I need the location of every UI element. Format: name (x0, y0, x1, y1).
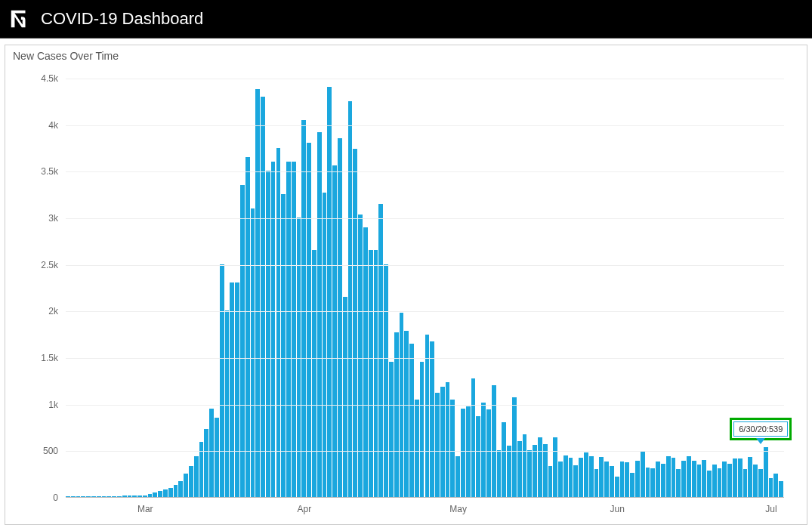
chart-bar[interactable] (661, 464, 665, 497)
chart-bar[interactable] (378, 204, 383, 498)
chart-bar[interactable] (184, 474, 188, 497)
chart-bar[interactable] (455, 456, 460, 497)
chart-bar[interactable] (538, 437, 542, 497)
chart-bar[interactable] (450, 400, 455, 498)
chart-bar[interactable] (102, 496, 107, 497)
chart-bar[interactable] (435, 393, 440, 497)
chart-bar[interactable] (220, 264, 224, 497)
chart-bar[interactable] (174, 485, 178, 497)
chart-bar[interactable] (579, 458, 583, 497)
chart-bar[interactable] (363, 227, 368, 497)
chart-bar[interactable] (415, 400, 419, 498)
chart-bar[interactable] (137, 495, 142, 497)
chart-bar[interactable] (558, 462, 563, 497)
chart-bar[interactable] (641, 452, 645, 497)
chart-bar[interactable] (117, 496, 122, 497)
chart-bar[interactable] (312, 250, 316, 497)
chart-bar[interactable] (384, 264, 388, 497)
chart-bar[interactable] (599, 457, 604, 497)
chart-bar[interactable] (158, 491, 162, 497)
chart-bar[interactable] (533, 445, 537, 497)
chart-bar[interactable] (604, 462, 609, 497)
chart-bar[interactable] (471, 378, 476, 497)
chart-bar[interactable] (235, 282, 239, 497)
chart-bar[interactable] (440, 387, 445, 497)
chart-area[interactable]: 05001k1.5k2k2.5k3k3.5k4k4.5k MarAprMayJu… (13, 65, 799, 514)
chart-bar[interactable] (266, 171, 270, 497)
chart-bar[interactable] (420, 362, 425, 497)
chart-bar[interactable] (563, 455, 568, 498)
chart-bar[interactable] (646, 468, 650, 497)
chart-bar[interactable] (91, 496, 96, 497)
chart-plot[interactable] (66, 79, 784, 498)
chart-bar[interactable] (76, 496, 81, 497)
chart-bar[interactable] (389, 362, 394, 497)
chart-bar[interactable] (672, 458, 676, 497)
chart-bar[interactable] (702, 460, 706, 497)
chart-bar[interactable] (681, 461, 686, 497)
chart-bar[interactable] (625, 462, 629, 497)
chart-bar[interactable] (348, 101, 353, 497)
chart-bar[interactable] (209, 409, 214, 497)
chart-bar[interactable] (189, 466, 193, 497)
chart-bar[interactable] (374, 250, 378, 497)
chart-bar[interactable] (743, 469, 748, 497)
chart-bar[interactable] (630, 473, 634, 497)
chart-bar[interactable] (573, 465, 578, 497)
chart-bar[interactable] (271, 162, 276, 497)
chart-bar[interactable] (497, 450, 502, 497)
chart-bar[interactable] (569, 458, 573, 497)
chart-bar[interactable] (112, 496, 116, 497)
chart-bar[interactable] (507, 446, 511, 497)
chart-bar[interactable] (301, 120, 306, 498)
chart-bar[interactable] (584, 452, 588, 497)
chart-bar[interactable] (307, 143, 311, 497)
chart-bar[interactable] (66, 496, 70, 497)
chart-bar[interactable] (178, 481, 183, 497)
chart-bar[interactable] (512, 397, 517, 497)
chart-bar[interactable] (461, 409, 465, 497)
chart-bar[interactable] (650, 468, 655, 497)
chart-bar[interactable] (446, 382, 450, 497)
chart-bar[interactable] (523, 434, 527, 497)
chart-bar[interactable] (727, 464, 732, 497)
chart-bar[interactable] (132, 495, 137, 497)
chart-bar[interactable] (215, 418, 219, 497)
chart-bar[interactable] (758, 469, 763, 497)
chart-bar[interactable] (261, 97, 265, 497)
chart-bar[interactable] (517, 441, 522, 497)
chart-bar[interactable] (620, 462, 625, 497)
chart-bar[interactable] (292, 162, 296, 497)
chart-bar[interactable] (276, 148, 281, 498)
chart-bar[interactable] (369, 250, 373, 497)
chart-bar[interactable] (81, 496, 85, 497)
chart-bar[interactable] (107, 496, 111, 497)
chart-bar[interactable] (676, 469, 681, 497)
chart-bar[interactable] (71, 496, 76, 497)
chart-bar[interactable] (594, 469, 599, 497)
chart-bar[interactable] (773, 474, 778, 497)
chart-bar[interactable] (481, 403, 486, 497)
chart-bar[interactable] (425, 335, 430, 497)
chart-bar[interactable] (476, 416, 480, 497)
chart-bar[interactable] (332, 165, 337, 497)
chart-bar[interactable] (589, 456, 594, 497)
chart-bar[interactable] (492, 385, 496, 497)
chart-bar[interactable] (199, 442, 204, 497)
chart-bar[interactable] (358, 215, 363, 497)
chart-bar[interactable] (327, 87, 332, 497)
chart-bar[interactable] (748, 457, 752, 497)
chart-bar[interactable] (148, 494, 153, 497)
chart-bar[interactable] (656, 462, 660, 497)
chart-bar[interactable] (409, 344, 414, 498)
chart-bar[interactable] (486, 409, 491, 497)
chart-bar[interactable] (527, 450, 532, 497)
chart-bar[interactable] (666, 456, 671, 497)
chart-bar[interactable] (738, 458, 743, 497)
chart-bar[interactable] (143, 495, 147, 497)
chart-bar[interactable] (687, 456, 691, 497)
chart-bar[interactable] (692, 461, 696, 497)
chart-bar[interactable] (733, 458, 737, 497)
chart-bar[interactable] (353, 149, 357, 497)
chart-bar[interactable] (240, 185, 245, 497)
